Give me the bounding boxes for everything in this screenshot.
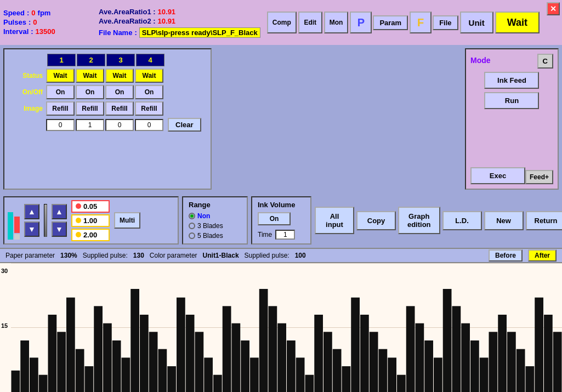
onoff-cell-2[interactable]: On	[76, 85, 104, 99]
f-button[interactable]: F	[410, 12, 432, 33]
supplied-pulse-label: Supplied pulse:	[83, 252, 128, 259]
onoff-cell-3[interactable]: On	[105, 85, 134, 99]
run-button[interactable]: Run	[484, 92, 539, 109]
image-cell-2[interactable]: Refill	[76, 101, 104, 116]
num-input-2[interactable]	[76, 119, 104, 131]
value-box-2: 1.00	[71, 214, 110, 227]
range-3blades[interactable]: 3 Blades	[189, 222, 241, 230]
color-param-label: Color parameter	[150, 252, 197, 259]
image-cell-4[interactable]: Refill	[135, 101, 163, 116]
speed-unit: fpm	[38, 9, 51, 17]
status-cell-2[interactable]: Wait	[76, 69, 104, 83]
image-label: Image	[9, 105, 45, 112]
arrow-up-1[interactable]: ▲	[24, 204, 39, 219]
comp-button[interactable]: Comp	[267, 12, 297, 33]
interval-colon: :	[31, 27, 33, 36]
speed-value: 0	[31, 9, 35, 17]
arrow-down-1[interactable]: ▼	[24, 221, 39, 237]
main-panel: 1 2 3 4 Status Wait Wait Wait Wait On/Of…	[0, 45, 562, 392]
onoff-cell-4[interactable]: On	[135, 85, 163, 99]
multi-button[interactable]: Multi	[114, 212, 140, 229]
value-box-3: 2.00	[71, 229, 110, 241]
range-non-label: Non	[197, 212, 210, 220]
ratio-block: Ave.AreaRatio1 : 10.91 Ave.AreaRatio2 : …	[99, 8, 260, 38]
status-cell-4[interactable]: Wait	[135, 69, 163, 83]
before-button[interactable]: Before	[489, 249, 523, 262]
pulses-label: Pulses	[3, 18, 26, 26]
time-label: Time	[258, 231, 272, 238]
status-row: Status Wait Wait Wait Wait	[9, 69, 206, 83]
after-button[interactable]: After	[528, 249, 557, 262]
chart-label-30: 30	[1, 268, 8, 274]
ink-feed-button[interactable]: Ink Feed	[484, 72, 539, 89]
radio-non-dot	[189, 213, 195, 219]
clear-button[interactable]: Clear	[168, 118, 201, 132]
return-button[interactable]: Return	[526, 211, 563, 230]
paper-param-value: 130%	[60, 252, 77, 259]
copy-button[interactable]: Copy	[356, 211, 396, 230]
header: Speed : 0 fpm Pulses : 0 Interval : 1350…	[0, 0, 562, 45]
num-input-4[interactable]	[135, 119, 163, 131]
col-header-1: 1	[47, 54, 76, 66]
ink-controls: ▲ ▼ ▲ ▼ 0.05 1.00 2.00	[3, 196, 179, 245]
chart-area: 30 15	[0, 262, 562, 392]
value-1: 0.05	[83, 202, 97, 211]
chart-canvas	[11, 263, 562, 392]
onoff-cell-1[interactable]: On	[46, 85, 75, 99]
close-button[interactable]: ✕	[547, 2, 560, 15]
range-section: Range Non 3 Blades 5 Blades	[182, 196, 248, 245]
grid-spacer	[215, 48, 462, 190]
range-3blades-label: 3 Blades	[197, 222, 223, 230]
ratio1-value: 10.91	[158, 8, 176, 16]
arrow-down-2[interactable]: ▼	[52, 221, 67, 237]
p-button[interactable]: P	[350, 12, 372, 33]
num-input-3[interactable]	[105, 119, 134, 131]
ratio2-value: 10.91	[158, 17, 176, 25]
arrow-up-2[interactable]: ▲	[52, 204, 67, 219]
value-2: 1.00	[83, 217, 97, 225]
time-input[interactable]	[275, 230, 295, 240]
pulses-value: 0	[33, 18, 37, 26]
all-input-button[interactable]: All input	[315, 207, 354, 234]
ratio1-label: Ave.AreaRatio1 :	[99, 8, 156, 16]
value-box-1: 0.05	[71, 200, 110, 213]
image-cell-1[interactable]: Refill	[46, 101, 75, 116]
ld-button[interactable]: L.D.	[442, 211, 482, 230]
filename-value: SLP\slp-press ready\SLP_F_Black	[139, 27, 260, 38]
grid-col-headers: 1 2 3 4	[47, 54, 206, 66]
supplied-pulse-value: 130	[133, 252, 144, 259]
range-non[interactable]: Non	[189, 212, 241, 220]
wait-button[interactable]: Wait	[495, 12, 540, 33]
file-button[interactable]: File	[433, 15, 458, 30]
radio-5blades-dot	[189, 232, 195, 239]
new-button[interactable]: New	[484, 211, 524, 230]
num-input-1[interactable]	[46, 119, 75, 131]
param-button[interactable]: Param	[373, 15, 408, 30]
image-row: Image Refill Refill Refill Refill	[9, 101, 206, 116]
ink-bars	[8, 201, 20, 240]
mode-section: Mode C Ink Feed Run Exec Feed+	[465, 48, 559, 190]
range-5blades[interactable]: 5 Blades	[189, 232, 241, 240]
header-info: Speed : 0 fpm Pulses : 0 Interval : 1350…	[3, 9, 91, 37]
slider-bar	[44, 204, 47, 237]
image-cell-3[interactable]: Refill	[105, 101, 134, 116]
on-button[interactable]: On	[258, 212, 291, 225]
header-buttons: Comp Edit Mon P Param F File Unit Wait	[267, 12, 540, 33]
graph-edition-button[interactable]: Graph edition	[398, 207, 440, 234]
dot-yellow-2	[76, 232, 81, 237]
feed-button[interactable]: Feed+	[525, 170, 553, 184]
status-cell-1[interactable]: Wait	[46, 69, 75, 83]
supplied-pulse2-label: Supplied pulse:	[245, 252, 289, 259]
exec-button[interactable]: Exec	[470, 167, 525, 184]
top-panel: 1 2 3 4 Status Wait Wait Wait Wait On/Of…	[0, 45, 562, 193]
chart-label-15: 15	[1, 322, 8, 329]
c-button[interactable]: C	[537, 54, 553, 69]
mon-button[interactable]: Mon	[324, 12, 349, 33]
ink-vol-title: Ink Volume	[258, 201, 305, 209]
range-title: Range	[189, 201, 241, 209]
status-cell-3[interactable]: Wait	[105, 69, 134, 83]
edit-button[interactable]: Edit	[298, 12, 322, 33]
range-5blades-label: 5 Blades	[197, 232, 223, 240]
unit-button[interactable]: Unit	[460, 12, 493, 33]
filename-colon: :	[134, 29, 137, 37]
